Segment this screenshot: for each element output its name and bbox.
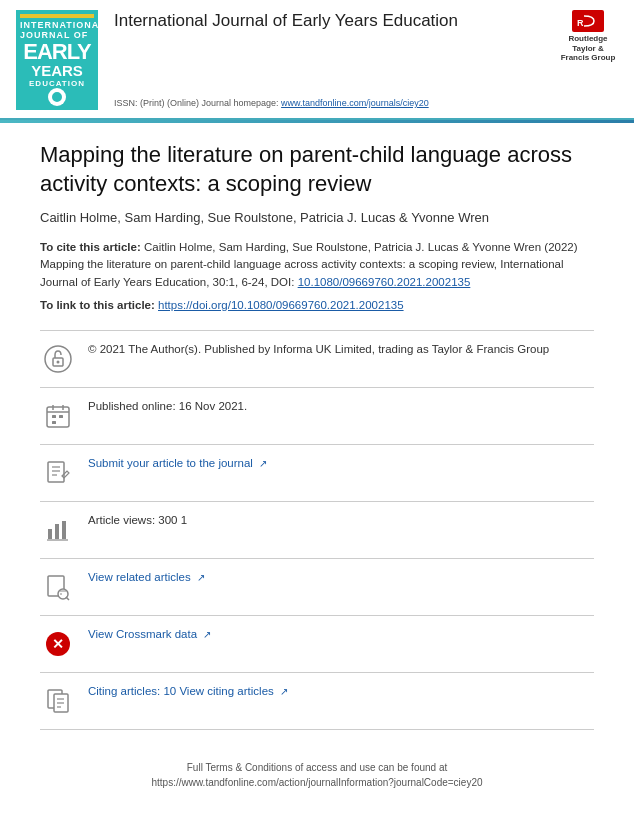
svg-rect-10 [52,421,56,424]
crossmark-text[interactable]: View Crossmark data ↗ [88,626,594,643]
cover-logo-inner [52,92,62,102]
crossmark-icon: ✕ [40,626,76,662]
cover-journal-label: INTERNATIONAL JOURNAL OF [20,20,106,40]
svg-rect-11 [48,462,64,482]
cite-doi-link[interactable]: 10.1080/09669760.2021.2002135 [298,276,471,288]
header-right: International Journal of Early Years Edu… [114,10,618,110]
svg-rect-4 [47,407,69,427]
cover-early: EARLY [23,41,91,63]
views-row: Article views: 300 1 [40,502,594,559]
routledge-logo: R RoutledgeTaylor & Francis Group [558,10,618,63]
cover-bottom [20,88,94,110]
main-content: Mapping the literature on parent-child l… [0,123,634,746]
footer-line1: Full Terms & Conditions of access and us… [40,760,594,775]
related-link[interactable]: View related articles [88,571,191,583]
svg-line-21 [66,597,69,600]
journal-title: International Journal of Early Years Edu… [114,10,558,32]
submit-row[interactable]: Submit your article to the journal ↗ [40,445,594,502]
pencil-icon [40,455,76,491]
published-row: Published online: 16 Nov 2021. [40,388,594,445]
open-access-row: © 2021 The Author(s). Published by Infor… [40,331,594,388]
cover-top-bar [20,14,94,18]
cite-block: To cite this article: Caitlin Holme, Sam… [40,239,594,291]
calendar-icon [40,398,76,434]
submit-link[interactable]: Submit your article to the journal [88,457,253,469]
svg-point-1 [45,346,71,372]
crossmark-link[interactable]: View Crossmark data [88,628,197,640]
footer-link[interactable]: https://www.tandfonline.com/action/journ… [151,777,482,788]
citing-link[interactable]: Citing articles: 10 View citing articles [88,685,274,697]
submit-text[interactable]: Submit your article to the journal ↗ [88,455,594,472]
open-access-icon [40,341,76,377]
issn-text: ISSN: (Print) (Online) Journal homepage: [114,98,279,108]
journal-cover: INTERNATIONAL JOURNAL OF EARLY YEARS EDU… [16,10,98,110]
svg-rect-16 [55,524,59,539]
citing-text[interactable]: Citing articles: 10 View citing articles… [88,683,594,700]
published-text: Published online: 16 Nov 2021. [88,398,594,415]
routledge-text: RoutledgeTaylor & Francis Group [558,34,618,63]
citing-icon [40,683,76,719]
crossmark-row[interactable]: ✕ View Crossmark data ↗ [40,616,594,673]
header-top: International Journal of Early Years Edu… [114,10,618,63]
footer: Full Terms & Conditions of access and us… [0,746,634,800]
citing-external-icon: ↗ [280,684,288,699]
svg-text:✕: ✕ [52,636,64,652]
crossmark-external-icon: ↗ [203,627,211,642]
link-label: To link to this article: [40,299,155,311]
cover-education: EDUCATION [29,79,85,88]
external-link-icon: ↗ [259,456,267,471]
journal-homepage-link[interactable]: www.tandfonline.com/journals/ciey20 [281,98,429,108]
cover-logo [48,88,66,106]
page-header: INTERNATIONAL JOURNAL OF EARLY YEARS EDU… [0,0,634,120]
citing-row[interactable]: Citing articles: 10 View citing articles… [40,673,594,730]
info-section: © 2021 The Author(s). Published by Infor… [40,330,594,730]
svg-text:R: R [577,18,584,28]
routledge-icon: R [572,10,604,32]
cite-label: To cite this article: [40,241,141,253]
bar-chart-icon [40,512,76,548]
related-text[interactable]: View related articles ↗ [88,569,594,586]
related-row[interactable]: View related articles ↗ [40,559,594,616]
article-doi-link[interactable]: https://doi.org/10.1080/09669760.2021.20… [158,299,404,311]
article-title: Mapping the literature on parent-child l… [40,141,594,198]
open-access-text: © 2021 The Author(s). Published by Infor… [88,341,594,358]
svg-rect-9 [59,415,63,418]
link-block: To link to this article: https://doi.org… [40,297,594,314]
svg-point-3 [57,361,60,364]
svg-rect-15 [48,529,52,539]
cover-years: YEARS [31,63,83,78]
search-doc-icon [40,569,76,605]
svg-rect-8 [52,415,56,418]
related-external-icon: ↗ [197,570,205,585]
views-text: Article views: 300 1 [88,512,594,529]
issn-bar: ISSN: (Print) (Online) Journal homepage:… [114,98,618,110]
svg-rect-17 [62,521,66,539]
authors: Caitlin Holme, Sam Harding, Sue Roulston… [40,210,594,225]
